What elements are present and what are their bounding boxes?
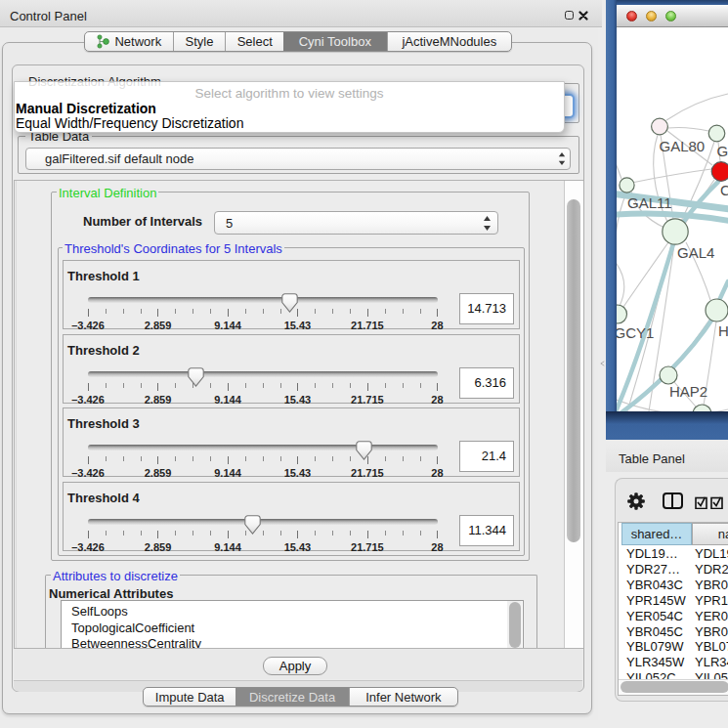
svg-text:GAL11: GAL11 (627, 194, 672, 211)
svg-text:GCY1: GCY1 (617, 324, 654, 341)
svg-text:CRH1: CRH1 (720, 182, 728, 198)
svg-text:GAL2: GAL2 (717, 143, 728, 159)
svg-text:GAL80: GAL80 (660, 138, 706, 154)
svg-text:GAL4: GAL4 (677, 244, 714, 261)
svg-text:HAP2: HAP2 (669, 383, 707, 400)
svg-text:HAP4: HAP4 (718, 322, 728, 339)
